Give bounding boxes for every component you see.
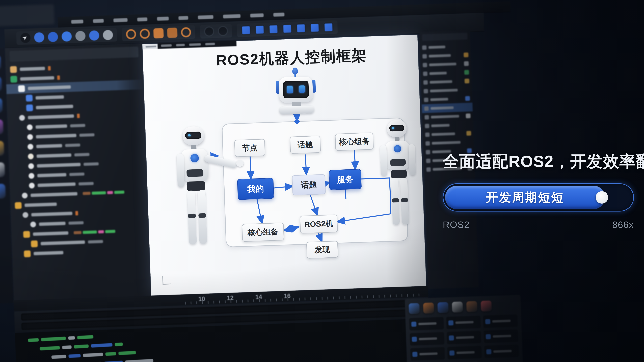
progress-knob[interactable] — [596, 191, 608, 204]
code-token — [91, 343, 112, 348]
robot-midsection — [390, 159, 406, 166]
asset-app-icon[interactable] — [466, 301, 477, 312]
overlay-captions: ROS2 866x — [443, 219, 634, 230]
robot-knee-right — [198, 213, 206, 218]
menu-item[interactable] — [137, 17, 148, 21]
toolbar-icon[interactable] — [323, 22, 334, 32]
asset-cell[interactable] — [410, 347, 445, 361]
caption-right: 866x — [612, 219, 634, 230]
asset-app-icon[interactable] — [408, 303, 420, 314]
ruler-tick — [225, 301, 226, 303]
asset-cell-label — [456, 336, 474, 339]
asset-app-icon[interactable] — [438, 302, 448, 313]
dock-tool-icon[interactable] — [0, 98, 3, 113]
toolbar-icon[interactable] — [296, 23, 306, 33]
toolbar-icon[interactable] — [254, 24, 265, 35]
ruler-tick — [356, 296, 357, 299]
outliner-item-label — [40, 241, 85, 245]
editor-tab[interactable] — [161, 44, 172, 47]
dock-tool-icon[interactable] — [0, 119, 4, 135]
code-token — [51, 355, 66, 359]
properties-header[interactable] — [422, 33, 468, 41]
mascot-head — [279, 76, 313, 103]
toolbar-icon[interactable] — [126, 29, 136, 39]
properties-row-label — [432, 141, 460, 145]
toolbar-icon[interactable] — [167, 28, 178, 38]
properties-row-icon — [422, 45, 427, 50]
toolbar-icon[interactable] — [140, 28, 150, 39]
menu-item[interactable] — [71, 19, 83, 24]
progress-pill[interactable]: 开发周期短短 — [443, 183, 634, 212]
toolbar-icon[interactable] — [89, 30, 99, 41]
toolbar-icon[interactable] — [62, 31, 72, 42]
toolbar-icon[interactable] — [218, 26, 228, 36]
outliner-item-icon — [23, 231, 30, 238]
properties-row-icon — [423, 80, 428, 85]
outliner-item-value — [78, 182, 94, 186]
outliner-header[interactable] — [10, 46, 138, 62]
dock-tool-icon[interactable] — [0, 184, 6, 199]
outliner-item-label — [24, 202, 57, 207]
menu-item[interactable] — [223, 14, 241, 18]
menu-item[interactable] — [250, 13, 264, 17]
asset-cell[interactable] — [409, 317, 444, 331]
asset-cell[interactable] — [446, 316, 481, 329]
dock-tool-icon[interactable] — [0, 141, 4, 156]
toolbar-group — [16, 28, 117, 45]
toolbar-icon[interactable] — [310, 23, 320, 33]
toolbar-icon[interactable] — [103, 30, 113, 40]
dock-tool-icon[interactable] — [0, 55, 1, 70]
toolbar-icon[interactable] — [75, 31, 86, 41]
code-fragment — [107, 191, 113, 194]
ruler-tick — [368, 296, 368, 298]
toolbar-icon[interactable] — [181, 27, 191, 37]
properties-row-icon — [425, 132, 430, 137]
toolbar-icon[interactable] — [268, 24, 279, 34]
dock-tool-icon[interactable] — [0, 76, 2, 92]
outliner-item-label — [28, 114, 74, 119]
ruler-tick — [305, 298, 306, 300]
asset-cell[interactable] — [447, 346, 482, 359]
asset-cell-label — [420, 353, 438, 356]
menu-item[interactable] — [273, 12, 284, 16]
code-token — [83, 353, 103, 357]
outliner-item-icon — [10, 76, 17, 83]
asset-cell-icon — [412, 352, 418, 357]
toolbar-icon[interactable] — [282, 24, 292, 34]
menu-item[interactable] — [198, 15, 214, 19]
flow-box-mine: 我的 — [237, 178, 274, 200]
ruler-tick — [293, 298, 294, 301]
toolbar-icon[interactable] — [204, 26, 214, 37]
toolbar-icon[interactable] — [153, 28, 164, 38]
asset-cell[interactable] — [484, 330, 518, 343]
menu-item[interactable] — [93, 19, 104, 23]
toolbar-icon[interactable] — [48, 32, 58, 42]
ruler-tick — [270, 299, 271, 302]
outliner-item-value — [69, 172, 84, 176]
asset-cell[interactable] — [446, 331, 481, 344]
toolbar-icon[interactable] — [20, 33, 31, 43]
editor-tab[interactable] — [176, 44, 185, 46]
asset-cell[interactable] — [484, 345, 519, 358]
asset-cell[interactable] — [410, 332, 444, 346]
flow-box-ros2: ROS2机 — [300, 215, 338, 234]
ruler-tick — [282, 299, 282, 301]
asset-app-icon[interactable] — [481, 301, 492, 312]
ruler-tick — [413, 294, 414, 297]
code-line — [40, 341, 152, 351]
asset-cell[interactable] — [483, 314, 518, 328]
menu-item[interactable] — [157, 16, 169, 21]
outliner-item-icon — [26, 104, 33, 111]
asset-app-icon[interactable] — [452, 302, 463, 313]
asset-app-icon[interactable] — [423, 303, 434, 314]
menu-item[interactable] — [178, 16, 188, 20]
dock-tool-icon[interactable] — [0, 162, 5, 177]
code-fragment — [98, 230, 104, 233]
toolbar-icon[interactable] — [241, 25, 251, 35]
editor-tab[interactable] — [189, 43, 201, 46]
mascot-eye-left — [287, 86, 293, 93]
toolbar-icon[interactable] — [34, 32, 44, 42]
code-fragment — [83, 192, 90, 195]
menu-item[interactable] — [113, 18, 128, 22]
editor-tab[interactable] — [205, 43, 215, 45]
